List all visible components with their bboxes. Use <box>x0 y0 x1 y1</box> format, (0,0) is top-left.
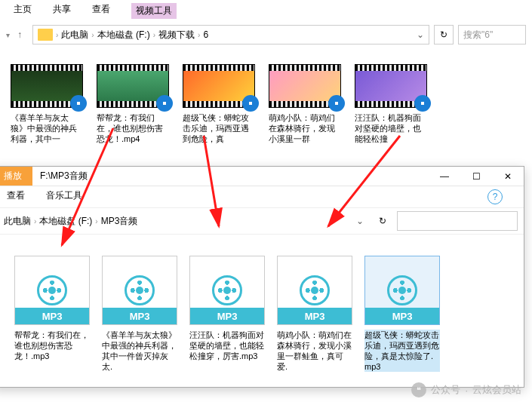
mp3-file[interactable]: MP3 萌鸡小队：萌鸡们在森林骑行，发现小溪里一群鲑鱼，真可爱. <box>277 256 352 372</box>
breadcrumb[interactable]: › 此电脑 › 本地磁盘 (F:) › 视频下载 › 6 ⌄ <box>32 25 429 44</box>
tab-view[interactable]: 查看 <box>92 3 110 19</box>
crumb-disk[interactable]: 本地磁盘 (F:) <box>39 215 92 228</box>
tab-home[interactable]: 主页 <box>14 3 32 19</box>
film-reel-icon <box>300 275 330 305</box>
mp3-folder-window: 播放 F:\MP3音频 — ☐ ✕ 查看 音乐工具 ? 此电脑 › 本地磁盘 (… <box>0 166 524 388</box>
player-badge-icon <box>328 95 345 112</box>
chevron-right-icon: › <box>153 31 155 39</box>
file-label: 萌鸡小队：萌鸡们在森林骑行，发现小溪里一群 <box>269 112 341 144</box>
player-badge-icon <box>242 95 259 112</box>
mp3-thumbnail: MP3 <box>364 256 440 325</box>
tab-view[interactable]: 查看 <box>7 189 25 204</box>
video-thumbnail <box>11 64 83 108</box>
player-badge-icon <box>414 95 431 112</box>
nav-up-icon[interactable]: ▾ <box>6 31 10 39</box>
mp3-tag: MP3 <box>103 308 177 324</box>
video-items: 《喜羊羊与灰太狼》中最强的神兵利器，其中一 帮帮龙：有我们在，谁也别想伤害恐龙！… <box>0 48 532 152</box>
address-bar: ▾ ↑ › 此电脑 › 本地磁盘 (F:) › 视频下载 › 6 ⌄ ↻ 搜索"… <box>0 22 532 48</box>
maximize-button[interactable]: ☐ <box>460 167 492 186</box>
nav-buttons: ▾ ↑ <box>6 26 28 43</box>
file-label: 汪汪队：机器狗面对坚硬的墙壁，也能轻松撞穿，厉害.mp3 <box>189 330 265 361</box>
file-label: 帮帮龙：有我们在，谁也别想伤害恐龙！.mp4 <box>97 112 169 144</box>
crumb-pc[interactable]: 此电脑 <box>4 215 31 228</box>
video-file[interactable]: 汪汪队：机器狗面对坚硬的墙壁，也能轻松撞 <box>355 64 427 144</box>
crumb-current[interactable]: MP3音频 <box>101 215 138 228</box>
mp3-thumbnail: MP3 <box>277 256 352 325</box>
video-file[interactable]: 超级飞侠：蟒蛇攻击乐迪，玛西亚遇到危险，真 <box>183 64 255 144</box>
nav-up-button[interactable]: ↑ <box>11 26 28 43</box>
chevron-right-icon: › <box>91 31 94 39</box>
mp3-file[interactable]: MP3 《喜羊羊与灰太狼》中最强的神兵利器，其中一件曾灭掉灰太. <box>102 256 177 372</box>
mp3-file[interactable]: MP3 汪汪队：机器狗面对坚硬的墙壁，也能轻松撞穿，厉害.mp3 <box>189 256 265 372</box>
video-file[interactable]: 《喜羊羊与灰太狼》中最强的神兵利器，其中一 <box>11 64 83 144</box>
mp3-tag: MP3 <box>365 308 439 324</box>
help-icon[interactable]: ? <box>487 189 503 204</box>
title-bar: 播放 F:\MP3音频 — ☐ ✕ <box>0 167 524 186</box>
search-input[interactable]: 搜索"6" <box>458 25 526 44</box>
video-file[interactable]: 帮帮龙：有我们在，谁也别想伤害恐龙！.mp4 <box>97 64 169 144</box>
video-thumbnail <box>355 64 427 108</box>
video-folder-window: 主页 共享 查看 视频工具 ▾ ↑ › 此电脑 › 本地磁盘 (F:) › 视频… <box>0 0 532 152</box>
crumb-current[interactable]: 6 <box>203 29 208 40</box>
mp3-file[interactable]: MP3 超级飞侠：蟒蛇攻击乐迪，玛西亚遇到危险，真是太惊险了.mp3 <box>364 256 440 372</box>
chevron-right-icon: › <box>198 31 200 39</box>
file-label: 《喜羊羊与灰太狼》中最强的神兵利器，其中一 <box>11 112 83 144</box>
wechat-icon: ❝ <box>411 382 426 397</box>
ribbon-tabs: 主页 共享 查看 视频工具 <box>0 0 532 22</box>
mp3-tag: MP3 <box>15 308 89 324</box>
crumb-folder[interactable]: 视频下载 <box>158 29 195 41</box>
file-label: 汪汪队：机器狗面对坚硬的墙壁，也能轻松撞 <box>355 112 427 144</box>
mp3-items: MP3 帮帮龙：有我们在，谁也别想伤害恐龙！.mp3 MP3 《喜羊羊与灰太狼》… <box>0 235 524 387</box>
file-label: 《喜羊羊与灰太狼》中最强的神兵利器，其中一件曾灭掉灰太. <box>102 330 177 372</box>
video-thumbnail <box>183 64 255 108</box>
mp3-thumbnail: MP3 <box>14 256 90 325</box>
chevron-right-icon: › <box>95 217 97 226</box>
close-button[interactable]: ✕ <box>492 167 524 186</box>
tab-share[interactable]: 共享 <box>53 3 71 19</box>
ribbon-tabs: 查看 音乐工具 ? <box>0 186 524 207</box>
chevron-right-icon: › <box>56 31 58 39</box>
mp3-tag: MP3 <box>278 308 352 324</box>
refresh-button[interactable]: ↻ <box>373 211 392 231</box>
video-thumbnail <box>97 64 169 108</box>
watermark-name: 云炫会员站 <box>472 383 521 397</box>
mp3-file[interactable]: MP3 帮帮龙：有我们在，谁也别想伤害恐龙！.mp3 <box>14 256 90 372</box>
player-badge-icon <box>156 95 173 112</box>
tab-play[interactable]: 播放 <box>0 167 32 186</box>
crumb-pc[interactable]: 此电脑 <box>61 29 88 41</box>
crumb-disk[interactable]: 本地磁盘 (F:) <box>97 29 150 41</box>
player-badge-icon <box>70 95 87 112</box>
video-file[interactable]: 萌鸡小队：萌鸡们在森林骑行，发现小溪里一群 <box>269 64 341 144</box>
film-reel-icon <box>37 275 67 305</box>
refresh-button[interactable]: ↻ <box>434 25 454 44</box>
file-label: 超级飞侠：蟒蛇攻击乐迪，玛西亚遇到危险，真是太惊险了.mp3 <box>364 330 440 372</box>
file-label: 萌鸡小队：萌鸡们在森林骑行，发现小溪里一群鲑鱼，真可爱. <box>277 330 352 372</box>
chevron-right-icon: › <box>34 217 36 226</box>
watermark-prefix: 公众号 <box>431 383 460 397</box>
video-thumbnail <box>269 64 341 108</box>
tab-video-tools[interactable]: 视频工具 <box>131 3 177 19</box>
film-reel-icon <box>125 275 155 305</box>
address-bar: 此电脑 › 本地磁盘 (F:) › MP3音频 ⌄ ↻ <box>0 207 524 235</box>
mp3-tag: MP3 <box>190 308 264 324</box>
search-input[interactable] <box>397 211 518 231</box>
mp3-thumbnail: MP3 <box>189 256 265 325</box>
mp3-thumbnail: MP3 <box>102 256 177 325</box>
film-reel-icon <box>387 275 417 305</box>
tab-music-tools[interactable]: 音乐工具 <box>46 189 82 204</box>
watermark: ❝ 公众号 · 云炫会员站 <box>411 382 521 397</box>
breadcrumb-dropdown-icon[interactable]: ⌄ <box>356 216 364 226</box>
folder-icon <box>38 29 53 41</box>
breadcrumb[interactable]: 此电脑 › 本地磁盘 (F:) › MP3音频 ⌄ <box>0 211 368 231</box>
minimize-button[interactable]: — <box>429 167 460 186</box>
file-label: 超级飞侠：蟒蛇攻击乐迪，玛西亚遇到危险，真 <box>183 112 255 144</box>
window-title: F:\MP3音频 <box>40 170 88 183</box>
breadcrumb-dropdown-icon[interactable]: ⌄ <box>417 29 424 40</box>
file-label: 帮帮龙：有我们在，谁也别想伤害恐龙！.mp3 <box>14 330 90 361</box>
film-reel-icon <box>212 275 242 305</box>
